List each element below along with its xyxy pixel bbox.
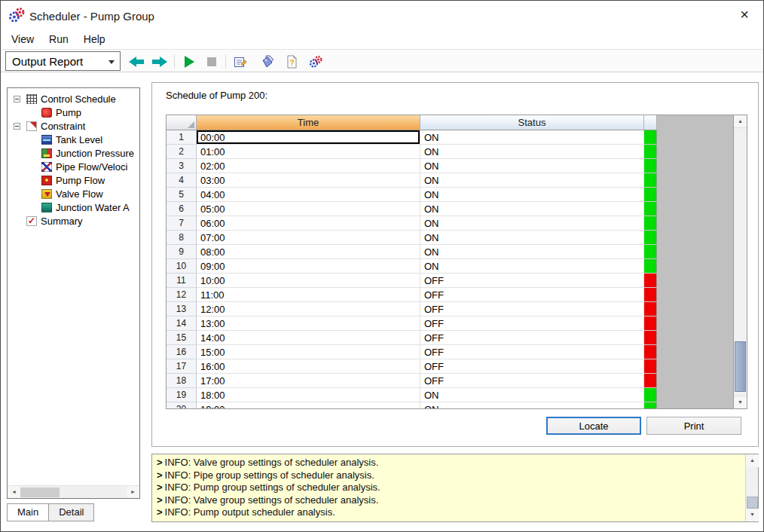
menu-help[interactable]: Help xyxy=(76,29,113,49)
tab-detail[interactable]: Detail xyxy=(48,503,94,521)
time-cell[interactable]: 15:00 xyxy=(197,345,420,359)
status-cell[interactable]: OFF xyxy=(420,331,644,345)
row-number-cell[interactable]: 16 xyxy=(167,345,197,359)
row-number-cell[interactable]: 10 xyxy=(167,259,197,274)
menu-view[interactable]: View xyxy=(4,29,41,49)
row-number-cell[interactable]: 18 xyxy=(167,374,197,388)
tree-expander-icon[interactable] xyxy=(14,123,20,130)
status-cell[interactable]: ON xyxy=(420,145,644,159)
status-cell[interactable]: OFF xyxy=(420,288,644,302)
back-button[interactable] xyxy=(126,53,147,71)
scroll-up-icon[interactable]: ▲ xyxy=(746,454,759,467)
tags-button[interactable] xyxy=(258,53,279,71)
menu-run[interactable]: Run xyxy=(41,29,76,49)
time-cell[interactable]: 19:00 xyxy=(197,402,420,408)
status-cell[interactable]: ON xyxy=(420,188,644,202)
status-cell[interactable]: ON xyxy=(420,173,644,188)
status-cell[interactable]: ON xyxy=(420,130,644,145)
status-cell[interactable]: OFF xyxy=(420,374,644,388)
row-number-cell[interactable]: 8 xyxy=(167,231,197,245)
scrollbar-thumb[interactable] xyxy=(20,488,60,497)
stop-button[interactable] xyxy=(201,53,222,71)
forward-button[interactable] xyxy=(148,53,170,71)
tree-item-control-schedule[interactable]: Control Schedule xyxy=(8,92,139,105)
time-cell[interactable]: 18:00 xyxy=(197,388,420,402)
status-cell[interactable]: ON xyxy=(420,245,644,259)
row-number-cell[interactable]: 11 xyxy=(167,274,197,288)
row-number-cell[interactable]: 2 xyxy=(167,145,197,159)
time-cell[interactable]: 04:00 xyxy=(197,188,420,202)
row-number-cell[interactable]: 1 xyxy=(167,130,197,145)
time-cell[interactable]: 10:00 xyxy=(197,274,420,288)
scroll-up-icon[interactable]: ▲ xyxy=(734,115,747,128)
tree-item-constraint[interactable]: Constraint xyxy=(8,119,139,133)
status-cell[interactable]: ON xyxy=(420,202,644,216)
tree-item-summary[interactable]: Summary xyxy=(8,214,139,228)
row-number-cell[interactable]: 9 xyxy=(167,245,197,259)
status-cell[interactable]: ON xyxy=(420,216,644,231)
tab-main[interactable]: Main xyxy=(7,503,49,521)
row-number-cell[interactable]: 12 xyxy=(167,288,197,302)
status-cell[interactable]: ON xyxy=(420,388,644,402)
select-all-corner[interactable] xyxy=(167,115,197,130)
print-button[interactable]: Print xyxy=(646,417,741,435)
row-number-cell[interactable]: 3 xyxy=(167,159,197,173)
time-cell[interactable]: 01:00 xyxy=(197,145,420,159)
status-cell[interactable]: ON xyxy=(420,231,644,245)
time-cell[interactable]: 14:00 xyxy=(197,331,420,345)
row-number-cell[interactable]: 6 xyxy=(167,202,197,216)
scroll-left-icon[interactable]: ◄ xyxy=(8,486,20,499)
time-cell[interactable]: 09:00 xyxy=(197,259,420,274)
report-selector[interactable]: Output Report xyxy=(5,51,121,71)
status-cell[interactable]: OFF xyxy=(420,359,644,374)
row-number-cell[interactable]: 15 xyxy=(167,331,197,345)
column-header-status[interactable]: Status xyxy=(420,115,644,130)
time-cell[interactable]: 17:00 xyxy=(197,374,420,388)
column-header-time[interactable]: Time xyxy=(197,115,420,130)
tree-item-pump-flow[interactable]: Pump Flow xyxy=(8,173,139,187)
scroll-right-icon[interactable]: ► xyxy=(127,486,139,499)
scroll-down-icon[interactable]: ▼ xyxy=(734,396,747,408)
row-number-cell[interactable]: 17 xyxy=(167,359,197,374)
tree-item-pipe-flow-veloci[interactable]: Pipe Flow/Veloci xyxy=(8,160,139,173)
scrollbar-thumb[interactable] xyxy=(747,497,758,509)
run-button[interactable] xyxy=(179,53,200,71)
time-cell[interactable]: 06:00 xyxy=(197,216,420,231)
status-cell[interactable]: ON xyxy=(420,259,644,274)
close-button[interactable]: × xyxy=(730,2,759,26)
help-file-button[interactable]: ? xyxy=(281,53,302,71)
row-number-cell[interactable]: 19 xyxy=(167,388,197,402)
tree-item-junction-water-a[interactable]: Junction Water A xyxy=(8,200,139,214)
tree-item-tank-level[interactable]: Tank Level xyxy=(8,133,139,146)
row-number-cell[interactable]: 13 xyxy=(167,302,197,316)
log-vertical-scrollbar[interactable]: ▲ ▼ xyxy=(745,454,758,521)
tree-item-valve-flow[interactable]: Valve Flow xyxy=(8,187,139,200)
scrollbar-thumb[interactable] xyxy=(735,341,746,392)
row-number-cell[interactable]: 7 xyxy=(167,216,197,231)
row-number-cell[interactable]: 5 xyxy=(167,188,197,202)
status-cell[interactable]: OFF xyxy=(420,345,644,359)
status-cell[interactable]: OFF xyxy=(420,274,644,288)
time-cell[interactable]: 12:00 xyxy=(197,302,420,316)
status-cell[interactable]: OFF xyxy=(420,302,644,316)
locate-button[interactable]: Locate xyxy=(546,417,641,435)
tree-item-pump[interactable]: Pump xyxy=(8,105,139,119)
time-cell[interactable]: 11:00 xyxy=(197,288,420,302)
notes-button[interactable] xyxy=(230,53,251,71)
scroll-down-icon[interactable]: ▼ xyxy=(746,509,759,521)
time-cell[interactable]: 16:00 xyxy=(197,359,420,374)
time-cell[interactable]: 13:00 xyxy=(197,316,420,331)
table-vertical-scrollbar[interactable]: ▲ ▼ xyxy=(734,115,747,408)
time-cell[interactable]: 03:00 xyxy=(197,173,420,188)
tree-expander-icon[interactable] xyxy=(14,96,20,102)
status-cell[interactable]: OFF xyxy=(420,316,644,331)
time-cell[interactable]: 05:00 xyxy=(197,202,420,216)
scheduler-settings-button[interactable] xyxy=(305,53,326,71)
row-number-cell[interactable]: 14 xyxy=(167,316,197,331)
time-cell[interactable]: 07:00 xyxy=(197,231,420,245)
row-number-cell[interactable]: 20 xyxy=(167,402,197,408)
status-cell[interactable]: ON xyxy=(420,159,644,173)
row-number-cell[interactable]: 4 xyxy=(167,173,197,188)
time-cell[interactable]: 02:00 xyxy=(197,159,420,173)
time-cell[interactable]: 00:00 xyxy=(197,130,420,145)
